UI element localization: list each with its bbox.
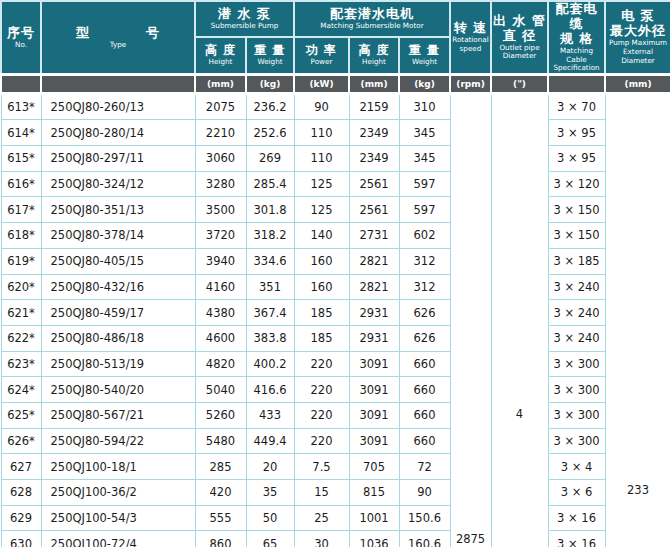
- cell-motor-weight: 597: [399, 197, 450, 223]
- cell-pump-height: 420: [195, 480, 246, 506]
- cell-power: 220: [294, 351, 349, 377]
- cell-pump-weight: 236.2: [246, 93, 294, 120]
- speed-en2: speed: [452, 45, 489, 53]
- cell-pump-weight: 252.6: [246, 120, 294, 146]
- cell-no: 613*: [1, 93, 41, 120]
- cell-pump-weight: 285.4: [246, 171, 294, 197]
- cell-motor-height: 1001: [349, 505, 399, 531]
- cell-type: 250QJ80-486/18: [41, 325, 195, 351]
- cell-type: 250QJ100-36/2: [41, 480, 195, 506]
- cell-pump-height: 4160: [195, 274, 246, 300]
- cell-power: 15: [294, 480, 349, 506]
- cell-cable-spec: 3 × 300: [548, 428, 605, 454]
- table-row: 616*250QJ80-324/123280285.412525615973 ×…: [1, 171, 670, 197]
- cell-pump-weight: 50: [246, 505, 294, 531]
- cell-cable-spec: 3 × 300: [548, 377, 605, 403]
- max-diameter-box: 233: [606, 95, 670, 547]
- cell-pump-height: 4380: [195, 300, 246, 326]
- cell-motor-height: 1036: [349, 531, 399, 547]
- table-row: 615*250QJ80-297/11306026911023493453 × 9…: [1, 146, 670, 172]
- cell-type: 250QJ80-540/20: [41, 377, 195, 403]
- table-row: 624*250QJ80-540/205040416.622030916603 ×…: [1, 377, 670, 403]
- table-row: 619*250QJ80-405/153940334.616028213123 ×…: [1, 248, 670, 274]
- table-header: 序号 No. 型 号 Type 潜 水 泵 Submersible Pump 配…: [1, 1, 670, 93]
- unit-speed: (rpm): [450, 74, 491, 93]
- col-header-motor-height: 高 度 Height: [349, 37, 399, 74]
- col-group-matching-motor: 配套潜水电机 Matching Submersible Motor: [294, 1, 450, 37]
- cell-no: 628: [1, 480, 41, 506]
- table-row: 626*250QJ80-594/225480449.422030916603 ×…: [1, 428, 670, 454]
- rotational-speed-value: 2875: [451, 532, 491, 546]
- cell-pump-weight: 449.4: [246, 428, 294, 454]
- cell-pump-weight: 400.2: [246, 351, 294, 377]
- cell-type: 250QJ80-378/14: [41, 223, 195, 249]
- cell-motor-height: 3091: [349, 428, 399, 454]
- pump-weight-zh: 重 量: [247, 44, 293, 58]
- cell-type: 250QJ80-594/22: [41, 428, 195, 454]
- cell-motor-weight: 310: [399, 93, 450, 120]
- cell-motor-weight: 660: [399, 377, 450, 403]
- cable-zh2: 规 格: [549, 32, 604, 47]
- power-en: Power: [296, 58, 347, 66]
- table-row: 621*250QJ80-459/174380367.418529316263 ×…: [1, 300, 670, 326]
- cell-pump-height: 2075: [195, 93, 246, 120]
- cell-type: 250QJ100-54/3: [41, 505, 195, 531]
- cell-pump-height: 285: [195, 454, 246, 480]
- cell-pump-weight: 269: [246, 146, 294, 172]
- cell-power: 125: [294, 197, 349, 223]
- cell-type: 250QJ80-324/12: [41, 171, 195, 197]
- cell-no: 620*: [1, 274, 41, 300]
- cable-zh1: 配套电缆: [549, 2, 604, 32]
- cell-pump-weight: 416.6: [246, 377, 294, 403]
- cell-motor-height: 2349: [349, 146, 399, 172]
- cell-pump-weight: 20: [246, 454, 294, 480]
- unit-pump-height: (mm): [195, 74, 246, 93]
- cell-motor-weight: 160.6: [399, 531, 450, 547]
- cell-type: 250QJ80-297/11: [41, 146, 195, 172]
- motor-group-en: Matching Submersible Motor: [298, 22, 446, 30]
- pump-group-en: Submersible Pump: [198, 22, 291, 30]
- unit-max-diameter: (mm): [605, 74, 670, 93]
- col-header-outlet-diameter: 出 水 管 直 径 Outlet pipe Diameter: [491, 1, 548, 74]
- col-header-pump-height: 高 度 Height: [195, 37, 246, 74]
- maxdia-zh1: 电 泵: [606, 9, 670, 24]
- motor-weight-en: Weight: [401, 58, 448, 66]
- pump-height-en: Height: [197, 58, 244, 66]
- cell-motor-height: 2561: [349, 171, 399, 197]
- max-diameter-value: 233: [606, 483, 670, 497]
- cell-motor-weight: 312: [399, 248, 450, 274]
- power-zh: 功 率: [295, 44, 348, 58]
- cell-pump-height: 555: [195, 505, 246, 531]
- unit-cable: [548, 74, 605, 93]
- pump-spec-sheet: 序号 No. 型 号 Type 潜 水 泵 Submersible Pump 配…: [0, 0, 670, 547]
- cell-cable-spec: 3 × 6: [548, 480, 605, 506]
- col-header-no-zh: 序号: [2, 26, 40, 41]
- cell-type: 250QJ80-405/15: [41, 248, 195, 274]
- cell-power: 185: [294, 325, 349, 351]
- cell-cable-spec: 3 × 300: [548, 402, 605, 428]
- table-row: 629250QJ100-54/355550251001150.63 × 16: [1, 505, 670, 531]
- col-group-submersible-pump: 潜 水 泵 Submersible Pump: [195, 1, 294, 37]
- cell-motor-height: 2731: [349, 223, 399, 249]
- pump-spec-table: 序号 No. 型 号 Type 潜 水 泵 Submersible Pump 配…: [0, 0, 670, 547]
- cell-type: 250QJ80-280/14: [41, 120, 195, 146]
- unit-no: [1, 74, 41, 93]
- cell-power: 220: [294, 402, 349, 428]
- cell-cable-spec: 3 × 95: [548, 120, 605, 146]
- cell-type: 250QJ100-72/4: [41, 531, 195, 547]
- motor-height-en: Height: [351, 58, 397, 66]
- cell-pump-weight: 351: [246, 274, 294, 300]
- col-header-no-en: No.: [3, 41, 39, 49]
- table-row: 618*250QJ80-378/143720318.214027316023 ×…: [1, 223, 670, 249]
- cell-no: 622*: [1, 325, 41, 351]
- motor-group-zh: 配套潜水电机: [295, 7, 449, 22]
- cell-motor-height: 3091: [349, 402, 399, 428]
- cell-power: 125: [294, 171, 349, 197]
- cell-pump-weight: 318.2: [246, 223, 294, 249]
- cell-power: 140: [294, 223, 349, 249]
- col-header-type-en: Type: [45, 41, 191, 49]
- unit-type: [41, 74, 195, 93]
- cell-cable-spec: 3 × 16: [548, 531, 605, 547]
- cell-motor-weight: 626: [399, 300, 450, 326]
- cell-no: 626*: [1, 428, 41, 454]
